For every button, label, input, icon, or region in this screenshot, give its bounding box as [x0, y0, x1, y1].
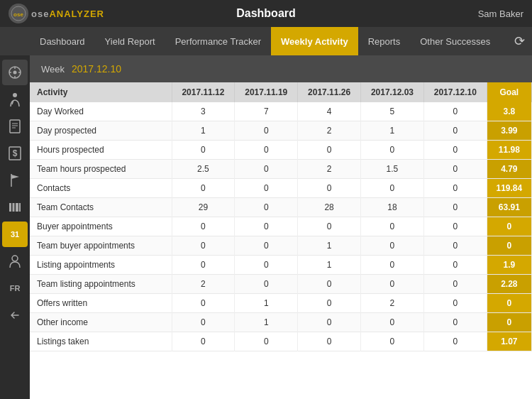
sidebar: $ 31 FR	[0, 55, 30, 399]
activity-value: 2.5	[172, 160, 235, 179]
sidebar-item-library[interactable]	[2, 195, 28, 220]
sidebar-item-calendar[interactable]: 31	[2, 222, 28, 247]
activity-name: Hours prospected	[30, 141, 172, 160]
activity-value: 0	[361, 332, 424, 351]
activity-value: 1	[172, 121, 235, 141]
activity-value: 0	[298, 294, 361, 313]
activity-value: 0	[361, 179, 424, 198]
activity-value: 1	[235, 313, 298, 332]
activity-name: Contacts	[30, 179, 172, 198]
svg-rect-20	[19, 203, 21, 212]
table-header-row: Activity 2017.11.12 2017.11.19 2017.11.2…	[30, 82, 532, 102]
activity-value: 0	[235, 332, 298, 351]
activity-value: 0	[361, 313, 424, 332]
sidebar-item-flag[interactable]	[2, 168, 28, 193]
nav-dashboard[interactable]: Dashboard	[30, 27, 95, 55]
activity-value: 1	[298, 256, 361, 275]
table-row: Day Worked374503.8	[30, 102, 532, 121]
activity-name: Listing appointments	[30, 256, 172, 275]
sidebar-item-fr[interactable]: FR	[2, 275, 28, 301]
table-row: Team listing appointments200002.28	[30, 275, 532, 294]
col-goal: Goal	[487, 82, 531, 102]
activity-value: 0	[423, 256, 487, 275]
logo: ose oseANALYZER	[9, 4, 104, 23]
content-area: Week 2017.12.10 Activity 2017.11.12 2017…	[30, 55, 532, 399]
activity-value: 0	[361, 141, 424, 160]
activity-value: 0	[235, 236, 298, 256]
table-row: Team hours prospected2.5021.504.79	[30, 160, 532, 179]
activity-value: 0	[298, 313, 361, 332]
week-label: Week	[41, 64, 65, 75]
activity-value: 0	[423, 313, 487, 332]
goal-value: 3.8	[487, 102, 531, 121]
svg-text:ose: ose	[13, 11, 23, 18]
nav-yield-report[interactable]: Yield Report	[95, 27, 165, 55]
svg-point-8	[13, 93, 17, 97]
goal-value: 0	[487, 236, 531, 256]
main-layout: $ 31 FR	[0, 55, 532, 399]
activity-value: 0	[423, 236, 487, 256]
svg-rect-17	[9, 203, 11, 212]
activity-value: 0	[361, 236, 424, 256]
nav-weekly-activity[interactable]: Weekly Activity	[271, 27, 358, 55]
nav-reports[interactable]: Reports	[358, 27, 411, 55]
activity-value: 0	[423, 179, 487, 198]
activity-name: Buyer appointments	[30, 217, 172, 236]
sidebar-item-document[interactable]	[2, 114, 28, 139]
refresh-icon[interactable]: ⟳	[514, 33, 525, 49]
activity-name: Team buyer appointments	[30, 236, 172, 256]
activity-value: 3	[172, 102, 235, 121]
activity-value: 1	[298, 236, 361, 256]
activity-value: 0	[172, 217, 235, 236]
activity-value: 0	[235, 179, 298, 198]
activity-value: 0	[423, 332, 487, 351]
logo-icon: ose	[9, 4, 28, 23]
activity-name: Day prospected	[30, 121, 172, 141]
svg-rect-19	[16, 203, 18, 212]
goal-value: 3.99	[487, 121, 531, 141]
activity-value: 0	[423, 102, 487, 121]
sidebar-item-activity[interactable]	[2, 87, 28, 112]
col-activity: Activity	[30, 82, 172, 102]
activity-value: 2	[298, 160, 361, 179]
nav-other-successes[interactable]: Other Successes	[410, 27, 500, 55]
nav-performance-tracker[interactable]: Performance Tracker	[165, 27, 271, 55]
activity-value: 5	[361, 102, 424, 121]
svg-text:$: $	[13, 148, 18, 158]
activity-value: 18	[361, 198, 424, 217]
activity-value: 0	[235, 141, 298, 160]
sidebar-item-finance[interactable]: $	[2, 141, 28, 166]
activity-value: 0	[423, 275, 487, 294]
goal-value: 0	[487, 294, 531, 313]
activity-value: 2	[172, 275, 235, 294]
table-row: Offers written010200	[30, 294, 532, 313]
activity-value: 0	[235, 198, 298, 217]
activity-value: 0	[235, 217, 298, 236]
goal-value: 1.07	[487, 332, 531, 351]
svg-rect-10	[10, 120, 20, 133]
activity-name: Other income	[30, 313, 172, 332]
top-header: ose oseANALYZER Dashboard Sam Baker	[0, 0, 532, 27]
activity-value: 0	[361, 256, 424, 275]
table-row: Contacts00000119.84	[30, 179, 532, 198]
table-row: Other income010000	[30, 313, 532, 332]
activity-table: Activity 2017.11.12 2017.11.19 2017.11.2…	[30, 82, 532, 351]
svg-point-21	[12, 256, 18, 261]
user-name: Sam Baker	[478, 9, 523, 19]
activity-value: 28	[298, 198, 361, 217]
sidebar-item-user[interactable]	[2, 248, 28, 274]
activity-name: Day Worked	[30, 102, 172, 121]
activity-value: 2	[361, 294, 424, 313]
sidebar-item-settings[interactable]	[2, 60, 28, 85]
activity-value: 0	[172, 294, 235, 313]
activity-name: Offers written	[30, 294, 172, 313]
activity-value: 0	[423, 141, 487, 160]
activity-value: 0	[298, 217, 361, 236]
activity-value: 0	[361, 217, 424, 236]
activity-value: 0	[172, 236, 235, 256]
sidebar-item-back[interactable]	[2, 302, 28, 328]
activity-value: 2	[298, 121, 361, 141]
table-row: Listing appointments001001.9	[30, 256, 532, 275]
svg-rect-18	[13, 203, 15, 212]
activity-value: 0	[235, 275, 298, 294]
